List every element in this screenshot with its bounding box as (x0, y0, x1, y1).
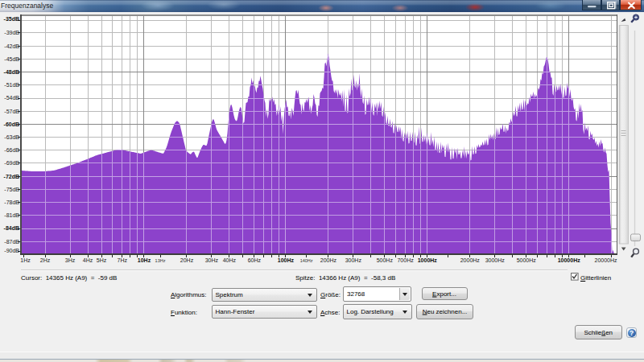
svg-text:-57dB: -57dB (4, 109, 19, 114)
svg-text:1Hz: 1Hz (20, 257, 31, 263)
svg-text:-51dB: -51dB (4, 82, 19, 88)
svg-text:-75dB: -75dB (4, 187, 19, 192)
svg-text:700Hz: 700Hz (397, 257, 414, 263)
svg-text:-81dB: -81dB (4, 212, 19, 218)
svg-text:1000Hz: 1000Hz (418, 257, 438, 263)
svg-text:10000Hz: 10000Hz (558, 257, 581, 263)
svg-text:140Hz: 140Hz (300, 258, 313, 263)
svg-text:100Hz: 100Hz (278, 257, 295, 263)
svg-text:-84dB: -84dB (4, 225, 19, 231)
svg-text:60Hz: 60Hz (248, 257, 262, 263)
svg-text:20000Hz: 20000Hz (594, 257, 617, 263)
svg-text:40Hz: 40Hz (223, 257, 237, 263)
svg-text:-63dB: -63dB (4, 134, 19, 140)
svg-text:-78dB: -78dB (4, 200, 19, 205)
svg-text:20Hz: 20Hz (180, 257, 194, 263)
svg-text:-35dB: -35dB (4, 16, 19, 22)
svg-text:-42dB: -42dB (4, 43, 19, 49)
svg-text:13Hz: 13Hz (155, 258, 166, 263)
svg-text:-72dB: -72dB (4, 174, 19, 179)
svg-text:10Hz: 10Hz (138, 257, 151, 263)
svg-text:-39dB: -39dB (4, 30, 19, 35)
svg-text:-90dB: -90dB (4, 248, 19, 253)
svg-text:2000Hz: 2000Hz (460, 257, 481, 263)
svg-text:30Hz: 30Hz (205, 257, 219, 263)
svg-text:3000Hz: 3000Hz (485, 257, 506, 263)
svg-text:200Hz: 200Hz (320, 257, 337, 263)
svg-text:7Hz: 7Hz (118, 257, 128, 263)
svg-text:-60dB: -60dB (4, 121, 19, 127)
svg-text:-54dB: -54dB (4, 95, 19, 101)
svg-text:500Hz: 500Hz (377, 257, 394, 263)
svg-text:5000Hz: 5000Hz (517, 257, 537, 263)
svg-text:-66dB: -66dB (4, 147, 19, 153)
svg-text:4Hz: 4Hz (83, 257, 93, 263)
svg-text:-45dB: -45dB (4, 56, 19, 62)
svg-text:5Hz: 5Hz (97, 257, 107, 263)
svg-text:300Hz: 300Hz (345, 257, 362, 263)
svg-text:-69dB: -69dB (4, 160, 19, 166)
svg-text:3Hz: 3Hz (65, 257, 76, 263)
svg-text:-48dB: -48dB (4, 69, 19, 75)
svg-text:2Hz: 2Hz (40, 257, 51, 263)
svg-text:-87dB: -87dB (4, 239, 19, 245)
